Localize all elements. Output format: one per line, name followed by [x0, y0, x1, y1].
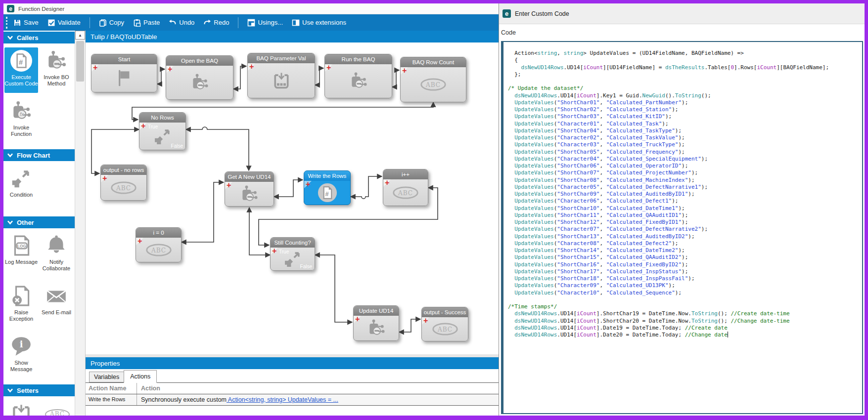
- toolbar-button-label: Usings...: [258, 19, 283, 26]
- robot-icon: [349, 71, 368, 91]
- code-line: UpdateValues("Character04", "Calculated_…: [508, 156, 862, 163]
- toolbox-sidebar: Callers#Execute Custom CodeInvoke BO Met…: [3, 31, 75, 416]
- log-icon: LOG: [10, 234, 33, 257]
- scroll-thumb[interactable]: [76, 41, 84, 82]
- add-connection-icon[interactable]: +: [402, 67, 407, 74]
- code-line: UpdateValues("ShortChar14", "Calculated_…: [508, 247, 862, 254]
- action-code-link[interactable]: Action<string, string> UpdateValues = ..…: [227, 396, 338, 403]
- add-connection-icon[interactable]: +: [137, 238, 142, 245]
- sidebar-item-invoke-bo-method[interactable]: Invoke BO Method: [40, 47, 73, 93]
- node-title: No Rows: [139, 113, 185, 123]
- sidebar-item-raise-exception[interactable]: Raise Exception: [4, 283, 38, 328]
- add-connection-icon[interactable]: +: [227, 182, 231, 189]
- sidebar-item-invoke-function[interactable]: fxInvoke Function: [4, 98, 38, 143]
- validate-icon: [47, 19, 55, 27]
- add-connection-icon[interactable]: +: [355, 316, 360, 323]
- code-line: UpdateValues("ShortChar17", "Calculated_…: [508, 268, 862, 275]
- sidebar-item-send-e-mail[interactable]: Send E-mail: [40, 283, 73, 328]
- svg-text:#: #: [325, 190, 328, 198]
- flowchart-canvas[interactable]: Start+Open the BAQ+BAQ Parameter Val+Run…: [86, 42, 499, 354]
- sidebar-item-label: Invoke Function: [4, 125, 38, 137]
- svg-text:#: #: [19, 58, 23, 66]
- add-connection-icon[interactable]: +: [93, 64, 97, 71]
- table-row[interactable]: Write the RowsSynchronously execute cust…: [86, 394, 499, 406]
- sidebar-item-show-message[interactable]: iShow Message: [4, 333, 38, 378]
- redo-button[interactable]: Redo: [203, 19, 229, 27]
- column-header-action-name: Action Name: [86, 383, 137, 394]
- add-connection-icon[interactable]: +: [272, 248, 276, 254]
- save-button[interactable]: Save: [13, 19, 39, 27]
- flow-node-output-no-rows[interactable]: output - no rows+ABC: [100, 165, 147, 201]
- sidebar-section-items: Condition: [3, 161, 75, 215]
- paste-icon: [133, 19, 141, 27]
- node-body: +: [225, 182, 274, 206]
- flow-node-baq-row-count[interactable]: BAQ Row Count+ABC: [400, 57, 466, 102]
- flow-node-baq-parameter-val[interactable]: BAQ Parameter Val+: [247, 53, 315, 98]
- robot-icon: [190, 73, 210, 92]
- code-line: UpdateValues("ShortChar13", "Calculated_…: [508, 233, 862, 240]
- window-title: Function Designer: [18, 6, 64, 12]
- sidebar-section-other[interactable]: Other: [3, 216, 75, 228]
- flow-node-still-counting[interactable]: Still Counting?+TrueFalse: [270, 237, 315, 271]
- custom-code-dialog: e Enter Custom Code Code Action<string, …: [499, 3, 865, 416]
- code-line: UpdateValues("ShortChar12", "Calculated_…: [508, 219, 862, 226]
- sidebar-item-setter[interactable]: [4, 400, 38, 416]
- email-icon: [45, 285, 68, 307]
- canvas-header: Tulip / BAQToUDTable: [86, 31, 499, 42]
- flow-node-get-a-new-ud14[interactable]: Get A New UD14+: [225, 171, 274, 207]
- toolbar-grip-handle[interactable]: [6, 17, 7, 29]
- code-line: UpdateValues("ShortChar16", "Calculated_…: [508, 261, 862, 268]
- flow-node-open-the-baq[interactable]: Open the BAQ+: [166, 55, 233, 100]
- extensions-icon: [292, 19, 300, 27]
- sidebar-section-items: LOGLog MessageNotify CollaborateRaise Ex…: [3, 228, 75, 383]
- tab-variables[interactable]: Variables: [89, 372, 124, 382]
- code-line: UpdateValues("Character07", "Calculated_…: [508, 226, 862, 233]
- copy-button[interactable]: Copy: [99, 19, 124, 27]
- add-connection-icon[interactable]: +: [141, 123, 145, 129]
- flow-node-output-success[interactable]: output - Success+ABC: [421, 307, 468, 341]
- use-extensions-button[interactable]: Use extensions: [292, 19, 346, 27]
- add-connection-icon[interactable]: +: [385, 179, 389, 186]
- sidebar-section-callers[interactable]: Callers: [3, 32, 75, 43]
- add-connection-icon[interactable]: +: [326, 64, 331, 71]
- add-connection-icon[interactable]: +: [168, 66, 172, 73]
- validate-button[interactable]: Validate: [47, 19, 81, 27]
- usings-button[interactable]: Usings...: [247, 19, 283, 27]
- robot-icon: [239, 184, 259, 204]
- flow-node-update-ud14[interactable]: Update UD14+: [353, 305, 399, 341]
- branch-true-label: True: [279, 249, 289, 254]
- branch-false-label: False: [171, 143, 183, 149]
- node-body: +: [166, 66, 233, 99]
- sidebar-item-condition[interactable]: Condition: [4, 165, 38, 210]
- chevron-down-icon: [7, 152, 13, 159]
- node-title: Get A New UD14: [225, 172, 274, 182]
- code-editor[interactable]: Action<string, string> UpdateValues = (U…: [501, 41, 863, 414]
- sidebar-item-log-message[interactable]: LOGLog Message: [4, 232, 38, 278]
- add-connection-icon[interactable]: +: [249, 63, 254, 70]
- sidebar-item-execute-custom-code[interactable]: #Execute Custom Code: [4, 47, 38, 93]
- toolbar-button-label: Save: [24, 19, 39, 26]
- show-message-icon: i: [10, 335, 33, 358]
- flow-node-run-the-baq[interactable]: Run the BAQ+: [324, 54, 392, 98]
- undo-button[interactable]: Undo: [169, 19, 194, 27]
- flow-node-i-0[interactable]: i = 0+ABC: [136, 227, 182, 262]
- tab-actions[interactable]: Actions: [124, 370, 157, 383]
- properties-title: Properties: [91, 360, 120, 367]
- sidebar-item-abc[interactable]: ABC: [40, 400, 73, 416]
- flow-node-start[interactable]: Start+: [91, 54, 157, 92]
- add-connection-icon[interactable]: +: [306, 181, 310, 188]
- add-connection-icon[interactable]: +: [102, 175, 107, 182]
- flow-node-write-the-rows[interactable]: Write the Rows+#: [304, 170, 351, 205]
- scroll-up-button[interactable]: ▲: [75, 31, 85, 40]
- flow-node-i[interactable]: i+++ABC: [383, 169, 428, 206]
- sidebar-scrollbar[interactable]: ▲: [75, 31, 86, 416]
- paste-button[interactable]: Paste: [133, 19, 160, 27]
- properties-tabs: VariablesActions: [86, 369, 499, 383]
- flow-node-no-rows[interactable]: No Rows+TrueFalse: [139, 112, 186, 150]
- sidebar-item-notify-collaborate[interactable]: Notify Collaborate: [40, 232, 73, 278]
- sidebar-section-flow-chart[interactable]: Flow Chart: [3, 149, 75, 161]
- window-titlebar: e Function Designer: [3, 3, 499, 14]
- sidebar-section-title: Setters: [17, 387, 39, 394]
- add-connection-icon[interactable]: +: [423, 317, 428, 324]
- sidebar-section-setters[interactable]: Setters: [3, 384, 75, 396]
